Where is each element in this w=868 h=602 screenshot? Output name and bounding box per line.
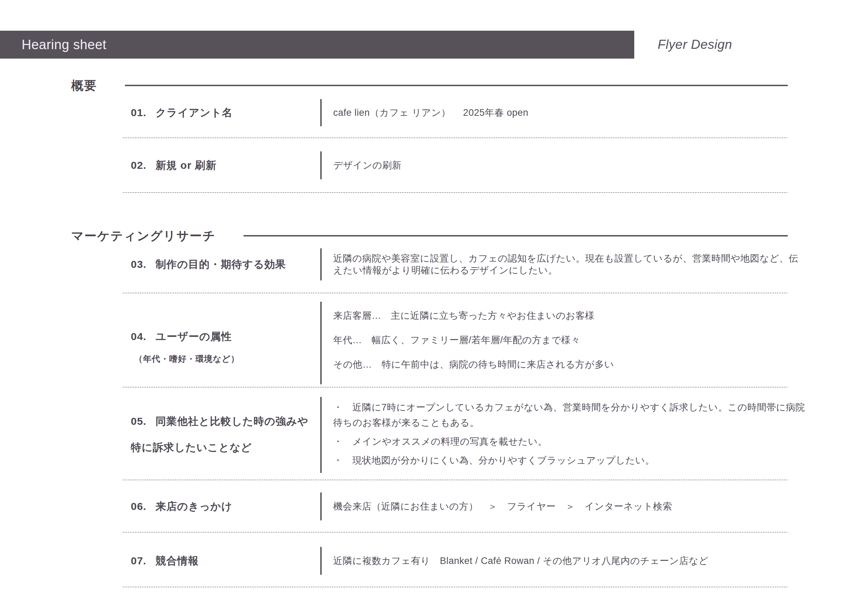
dotted-separator — [123, 292, 788, 293]
row-label-line2: 特に訴求したいことなど — [131, 441, 252, 455]
value-line: 年代… 幅広く、ファミリー層/若年層/年配の方まで様々 — [333, 335, 842, 345]
row-number: 07. — [131, 555, 146, 567]
dotted-separator — [123, 387, 788, 387]
row-label-text: ユーザーの属性 — [155, 331, 232, 342]
page-title: Hearing sheet — [22, 37, 106, 52]
row-sublabel: （年代・嗜好・環境など） — [134, 353, 239, 364]
row-label: 04.ユーザーの属性 — [131, 330, 232, 344]
dotted-separator — [123, 137, 788, 138]
row-purpose-expected-effect: 03.制作の目的・期待する効果 近隣の病院や美容室に設置し、カフェの認知を広げた… — [131, 248, 844, 280]
divider-bar — [320, 547, 322, 575]
section-rule-line — [244, 235, 788, 236]
hearing-sheet-page: Hearing sheet Flyer Design 概要 01.クライアント名… — [0, 0, 868, 602]
divider-bar — [320, 493, 322, 521]
bullet-item: ・ 現状地図が分かりにくい為、分かりやすくブラッシュアップしたい。 — [333, 453, 813, 468]
divider-bar — [320, 248, 322, 280]
row-value: 近隣の病院や美容室に設置し、カフェの認知を広げたい。現在も設置しているが、営業時… — [333, 252, 808, 276]
divider-bar — [320, 397, 322, 473]
row-value: ・ 近隣に7時にオープンしているカフェがない為、営業時間を分かりやすく訴求したい… — [333, 400, 813, 468]
row-label: 03.制作の目的・期待する効果 — [131, 257, 286, 272]
row-label: 01.クライアント名 — [131, 106, 233, 120]
project-subtitle: Flyer Design — [658, 31, 732, 58]
title-banner: Hearing sheet — [0, 31, 634, 58]
row-value: 来店客層… 主に近隣に立ち寄った方々やお住まいのお客様 年代… 幅広く、ファミリ… — [333, 311, 842, 369]
value-line: その他… 特に午前中は、病院の待ち時間に来店される方が多い — [333, 359, 842, 369]
row-label: 05.同業他社と比較した時の強みや — [131, 415, 309, 428]
row-client-name: 01.クライアント名 cafe lien（カフェ リアン） 2025年春 ope… — [131, 99, 844, 126]
row-label: 02.新規 or 刷新 — [131, 158, 216, 173]
section-title: マーケティングリサーチ — [71, 228, 216, 244]
row-label: 07.競合情報 — [131, 554, 199, 568]
row-label-text: 競合情報 — [155, 555, 199, 567]
row-value: cafe lien（カフェ リアン） 2025年春 open — [333, 107, 842, 118]
divider-bar — [320, 302, 322, 384]
dotted-separator — [123, 586, 788, 587]
divider-bar — [320, 151, 322, 179]
row-value: 近隣に複数カフェ有り Blanket / Café Rowan / その他アリオ… — [333, 555, 842, 567]
section-rule-line — [125, 85, 788, 86]
row-user-attributes: 04.ユーザーの属性 （年代・嗜好・環境など） 来店客層… 主に近隣に立ち寄った… — [131, 302, 844, 384]
section-title: 概要 — [71, 77, 97, 94]
row-value: 機会来店（近隣にお住まいの方） ＞ フライヤー ＞ インターネット検索 — [333, 501, 842, 512]
bullet-item: ・ 近隣に7時にオープンしているカフェがない為、営業時間を分かりやすく訴求したい… — [333, 400, 813, 430]
dotted-separator — [123, 192, 788, 193]
row-label-text: 来店のきっかけ — [155, 501, 233, 512]
bullet-item: ・ メインやオススメの料理の写真を載せたい。 — [333, 434, 813, 449]
row-label-text: クライアント名 — [155, 107, 233, 118]
divider-bar — [320, 99, 322, 126]
row-label-text: 新規 or 刷新 — [155, 160, 217, 171]
dotted-separator — [123, 531, 788, 533]
row-number: 02. — [131, 160, 146, 171]
row-value: デザインの刷新 — [333, 160, 842, 171]
row-label: 06.来店のきっかけ — [131, 499, 232, 514]
section-header-marketing: マーケティングリサーチ — [71, 227, 788, 244]
row-label-text: 同業他社と比較した時の強みや — [155, 415, 309, 427]
row-number: 04. — [131, 331, 146, 342]
row-number: 03. — [131, 258, 146, 270]
row-strengths-appeal-points: 05.同業他社と比較した時の強みや 特に訴求したいことなど ・ 近隣に7時にオー… — [131, 397, 844, 473]
dotted-separator — [123, 479, 788, 480]
row-visit-trigger: 06.来店のきっかけ 機会来店（近隣にお住まいの方） ＞ フライヤー ＞ インタ… — [131, 493, 844, 521]
value-line: 来店客層… 主に近隣に立ち寄った方々やお住まいのお客様 — [333, 311, 842, 321]
row-new-or-renewal: 02.新規 or 刷新 デザインの刷新 — [131, 151, 844, 179]
row-number: 05. — [131, 415, 146, 427]
row-number: 06. — [131, 501, 146, 512]
row-competitor-info: 07.競合情報 近隣に複数カフェ有り Blanket / Café Rowan … — [131, 547, 844, 575]
row-label-text: 制作の目的・期待する効果 — [155, 258, 286, 270]
row-number: 01. — [131, 107, 146, 118]
section-header-overview: 概要 — [71, 77, 788, 94]
